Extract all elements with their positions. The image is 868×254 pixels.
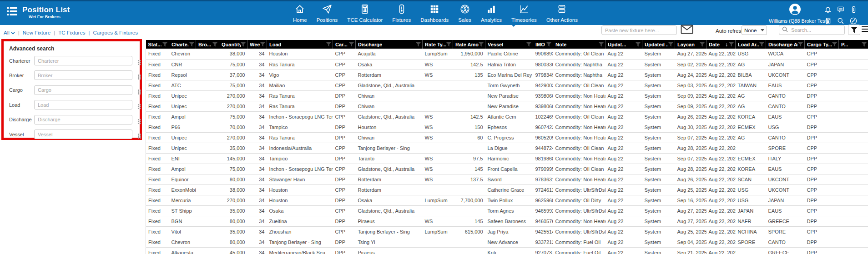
field-input[interactable]	[34, 129, 132, 139]
table-row[interactable]: FixedAmpol75,00034Inchon - Soraepogu LNG…	[146, 111, 868, 122]
column-header[interactable]: Quantity	[219, 40, 247, 49]
column-header[interactable]: Charte...	[169, 40, 196, 49]
all-dropdown[interactable]: All	[4, 30, 15, 35]
filter-button[interactable]	[848, 25, 860, 35]
filter-funnel-icon[interactable]	[446, 42, 451, 47]
filter-funnel-icon[interactable]	[599, 42, 604, 47]
table-row[interactable]: FixedST Shipp35,00034OsakaCPPGladstone, …	[146, 205, 868, 216]
nav-item-analytics[interactable]: Analytics	[480, 3, 503, 26]
column-header[interactable]: Discharge	[356, 40, 423, 49]
notifications-bell-icon[interactable]	[823, 5, 833, 15]
column-header[interactable]: Discharge Ar...	[766, 40, 805, 49]
filter-funnel-icon[interactable]	[479, 42, 484, 47]
filter-funnel-icon[interactable]	[526, 42, 531, 47]
column-header[interactable]: Note	[553, 40, 606, 49]
menu-button[interactable]	[862, 26, 868, 33]
table-row[interactable]: FixedUnipec270,00034Ras TanuraDPPChiwanW…	[146, 132, 868, 143]
filter-funnel-icon[interactable]	[546, 42, 551, 47]
filter-funnel-icon[interactable]	[862, 42, 867, 47]
table-row[interactable]: FixedATC75,00034MailiaoCPPGladstone, Qld…	[146, 80, 868, 90]
field-input[interactable]	[34, 56, 132, 65]
column-header[interactable]: Cargo Ty...	[805, 40, 839, 49]
drag-grip-icon[interactable]	[138, 104, 139, 105]
fixtures-shortcut-icon[interactable]	[849, 5, 858, 15]
column-header[interactable]: Week	[247, 40, 267, 49]
drag-grip-icon[interactable]	[138, 134, 139, 135]
column-header[interactable]: Updated ...	[642, 40, 675, 49]
drag-grip-icon[interactable]	[138, 60, 139, 61]
field-input[interactable]	[34, 85, 132, 95]
zoom-search-icon[interactable]	[836, 16, 845, 26]
nav-item-home[interactable]: Home	[292, 3, 308, 26]
filter-funnel-icon[interactable]	[241, 42, 246, 47]
table-row[interactable]: FixedUnipec35,00034Indonesia/AustraliaCP…	[146, 143, 868, 153]
column-header[interactable]: Vessel	[485, 40, 533, 49]
table-row[interactable]: FixedUnipec270,00034Ras TanuraDPPChiwanN…	[146, 101, 868, 111]
table-row[interactable]: FixedVitol35,00034ZhoushanCPPTanjong Ber…	[146, 226, 868, 237]
nav-item-timeseries[interactable]: Timeseries	[510, 3, 538, 26]
column-header[interactable]: P...	[839, 40, 868, 49]
cargoes-fixtures-link[interactable]: Cargoes & Fixtures	[93, 30, 138, 35]
table-row[interactable]: FixedMercuria270,00034HoustonDPPOsakaLum…	[146, 195, 868, 205]
nav-item-sales[interactable]: $ Sales	[457, 3, 472, 26]
field-input[interactable]	[34, 115, 132, 125]
filter-funnel-icon[interactable]	[636, 42, 641, 47]
table-row[interactable]: FixedCNR75,00034Ras TanuraCPPOsakaWS142.…	[146, 59, 868, 70]
table-row[interactable]: FixedRepsol37,00034VigoCPPRotterdamWS135…	[146, 70, 868, 80]
drag-grip-icon[interactable]	[138, 75, 139, 76]
drag-grip-icon[interactable]	[138, 119, 139, 120]
filter-funnel-icon[interactable]	[326, 42, 331, 47]
filter-funnel-icon[interactable]	[349, 42, 354, 47]
filter-funnel-icon[interactable]	[700, 42, 705, 47]
tc-fixtures-link[interactable]: TC Fixtures	[58, 30, 85, 35]
table-row[interactable]: FixedAmpol75,00034Inchon - Soraepogu LNG…	[146, 164, 868, 174]
table-row[interactable]: FixedAlkagesta45,00034Mediterranean/Blac…	[146, 247, 868, 254]
email-envelope-icon[interactable]	[681, 25, 693, 36]
new-fixture-link[interactable]: New Fixture	[23, 30, 50, 35]
filter-funnel-icon[interactable]	[832, 42, 837, 47]
table-row[interactable]: FixedChevron38,00034HoustonCPPAcajutlaLu…	[146, 49, 868, 59]
column-header[interactable]: Date↓	[707, 40, 736, 49]
column-header[interactable]: Rate Ty...	[423, 40, 453, 49]
nav-item-fixtures[interactable]: Fixtures	[391, 3, 412, 26]
search-input[interactable]	[790, 27, 842, 33]
nav-item-other-actions[interactable]: Other Actions	[545, 3, 579, 26]
drag-grip-icon[interactable]	[138, 90, 139, 91]
nav-item-dashboards[interactable]: Dashboards	[419, 3, 449, 26]
filter-funnel-icon[interactable]	[189, 42, 194, 47]
table-row[interactable]: FixedEquinor80,00034Stavanger HavnDPPRot…	[146, 174, 868, 184]
filter-funnel-icon[interactable]	[416, 42, 421, 47]
cell: 34	[247, 174, 267, 184]
nav-item-tce-calculator[interactable]: TCE Calculator	[346, 3, 384, 26]
chat-icon[interactable]	[836, 5, 845, 15]
avatar[interactable]	[789, 9, 801, 17]
nav-item-positions[interactable]: Positions	[316, 3, 339, 26]
column-header[interactable]: Updat...	[606, 40, 642, 49]
field-input[interactable]	[34, 100, 132, 110]
column-header[interactable]: Stat...	[146, 40, 169, 49]
column-header[interactable]: Rate Amount	[453, 40, 485, 49]
filter-funnel-icon[interactable]	[162, 42, 167, 47]
column-header[interactable]: Load	[267, 40, 333, 49]
filter-funnel-icon[interactable]	[798, 42, 803, 47]
column-header[interactable]: Car...	[333, 40, 356, 49]
filter-funnel-icon[interactable]	[759, 42, 764, 47]
calculator-shortcut-icon[interactable]	[823, 16, 833, 26]
filter-funnel-icon[interactable]	[260, 42, 265, 47]
auto-refresh-select[interactable]: None	[742, 25, 767, 35]
table-row[interactable]: FixedUnipec270,00034Ras TanuraDPPChiwanN…	[146, 90, 868, 101]
filter-funnel-icon[interactable]	[212, 42, 217, 47]
column-header[interactable]: Load Ar...	[736, 40, 766, 49]
table-row[interactable]: FixedP6670,00034TampicoDPPHoustonWS150Ep…	[146, 122, 868, 132]
table-row[interactable]: FixedBGN80,00034ZueitinaDPPPiraeusWS145S…	[146, 216, 868, 226]
table-row[interactable]: FixedChevron80,00034Tanjong Berlayer - S…	[146, 237, 868, 247]
column-header[interactable]: Bro...	[196, 40, 219, 49]
filter-funnel-icon[interactable]	[729, 42, 734, 47]
column-header[interactable]: IMO	[533, 40, 553, 49]
table-row[interactable]: FixedExxonMobil38,00034HoustonCPPRotterd…	[146, 184, 868, 195]
filter-funnel-icon[interactable]	[668, 42, 673, 47]
table-row[interactable]: FixedENI145,00034TampicoDPPTarantoWS97.5…	[146, 153, 868, 164]
field-input[interactable]	[34, 70, 132, 80]
paste-fixture-input[interactable]	[601, 25, 677, 35]
column-header[interactable]: Laycan	[675, 40, 707, 49]
